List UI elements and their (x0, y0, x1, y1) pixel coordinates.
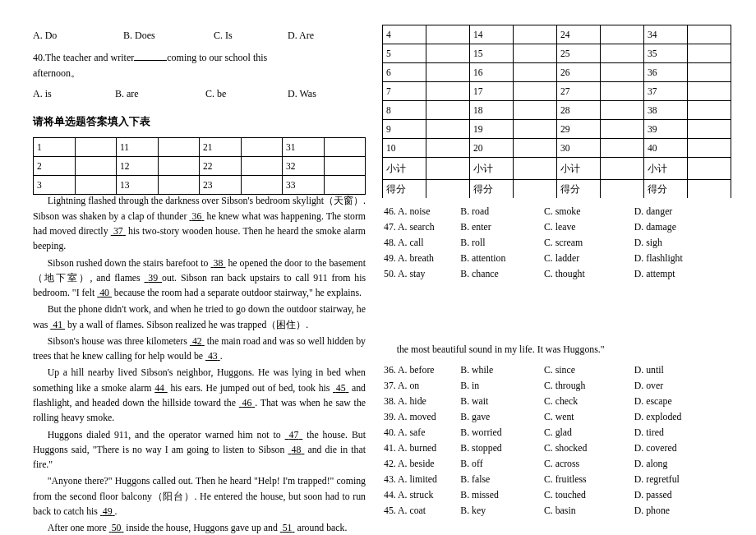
option-cell: D. tired (634, 426, 730, 440)
cloze-passage: Lightning flashed through the darkness o… (33, 193, 366, 535)
answer-blank-cell[interactable] (514, 139, 557, 158)
answer-blank-cell[interactable] (241, 138, 283, 157)
answer-blank-cell[interactable] (75, 138, 117, 157)
answer-blank-cell[interactable] (324, 157, 366, 176)
answer-blank-cell[interactable] (426, 139, 470, 158)
answer-blank-cell[interactable] (514, 44, 557, 63)
answer-blank-cell[interactable] (324, 138, 366, 157)
answer-blank-cell[interactable] (514, 25, 557, 44)
subtotal-value[interactable] (601, 158, 644, 180)
answer-blank-cell[interactable] (514, 63, 557, 82)
answer-number-cell: 23 (200, 176, 242, 195)
answer-blank-cell[interactable] (688, 82, 731, 101)
answer-blank-cell[interactable] (601, 120, 644, 139)
answer-blank-cell[interactable] (601, 82, 644, 101)
answer-blank-cell[interactable] (426, 101, 470, 120)
option-cell: 48. A. call (384, 236, 459, 250)
table-row: 10203040 (383, 139, 731, 158)
answer-number-cell: 16 (470, 63, 514, 82)
answer-blank-cell[interactable] (426, 63, 470, 82)
answer-blank-cell[interactable] (75, 176, 117, 195)
answer-number-cell: 11 (117, 138, 159, 157)
answer-blank-cell[interactable] (688, 63, 731, 82)
answer-blank-cell[interactable] (514, 82, 557, 101)
answer-blank-cell[interactable] (75, 157, 117, 176)
answer-blank-cell[interactable] (601, 25, 644, 44)
subtotal-value[interactable] (426, 158, 470, 180)
cloze-options-36-45: 36. A. beforeB. whileC. sinceD. until37.… (382, 362, 731, 519)
answer-blank-cell[interactable] (514, 101, 557, 120)
option-cell: 36. A. before (384, 363, 459, 377)
score-value[interactable] (426, 180, 470, 199)
subtotal-row: 小计小计小计小计 (383, 158, 731, 180)
answer-blank-cell[interactable] (688, 139, 731, 158)
answer-number-cell: 5 (383, 44, 426, 63)
option-cell: C. basin (544, 504, 633, 518)
q40-blank[interactable] (134, 60, 167, 61)
answer-number-cell: 35 (644, 44, 688, 63)
answer-number-cell: 22 (200, 157, 242, 176)
answer-blank-cell[interactable] (688, 120, 731, 139)
answer-blank-cell[interactable] (324, 176, 366, 195)
answer-number-cell: 26 (557, 63, 601, 82)
option-cell: D. attempt (634, 267, 730, 281)
answer-number-cell: 17 (470, 82, 514, 101)
option-cell: 42. A. beside (384, 457, 459, 471)
answer-number-cell: 37 (644, 82, 688, 101)
answer-blank-cell[interactable] (514, 120, 557, 139)
answer-blank-cell[interactable] (688, 25, 731, 44)
answer-blank-cell[interactable] (158, 138, 200, 157)
score-value[interactable] (601, 180, 644, 199)
answer-blank-cell[interactable] (688, 101, 731, 120)
answer-blank-cell[interactable] (601, 63, 644, 82)
score-value[interactable] (688, 180, 731, 199)
answer-blank-cell[interactable] (426, 120, 470, 139)
answer-blank-cell[interactable] (241, 157, 283, 176)
option-cell: B. attention (460, 251, 542, 265)
option-cell: B. chance (460, 267, 542, 281)
passage-continuation: the most beautiful sound in my life. It … (382, 342, 731, 357)
answer-number-cell: 13 (117, 176, 159, 195)
q40-choice-a: A. is (33, 88, 115, 100)
answer-number-cell: 28 (557, 101, 601, 120)
answer-blank-cell[interactable] (426, 44, 470, 63)
score-label: 得分 (470, 180, 514, 199)
answer-blank-cell[interactable] (426, 25, 470, 44)
option-cell: D. along (634, 457, 730, 471)
option-cell: D. regretful (634, 473, 730, 487)
q40-text-b: coming to our school this (167, 52, 267, 63)
answer-blank-cell[interactable] (158, 157, 200, 176)
subtotal-value[interactable] (688, 158, 731, 180)
option-cell: 50. A. stay (384, 267, 459, 281)
q40-choice-d: D. Was (288, 88, 316, 100)
option-cell: D. flashlight (634, 251, 730, 265)
answer-number-cell: 31 (283, 138, 325, 157)
answer-blank-cell[interactable] (601, 44, 644, 63)
answer-blank-cell[interactable] (688, 44, 731, 63)
table-row: 9192939 (383, 120, 731, 139)
subtotal-value[interactable] (514, 158, 557, 180)
option-row: 38. A. hideB. waitC. checkD. escape (384, 394, 730, 408)
option-cell: B. gave (460, 410, 542, 424)
score-value[interactable] (514, 180, 557, 199)
option-row: 44. A. struckB. missedC. touchedD. passe… (384, 488, 730, 502)
option-cell: C. touched (544, 488, 633, 502)
answer-number-cell: 38 (644, 101, 688, 120)
option-cell: C. glad (544, 426, 633, 440)
answer-blank-cell[interactable] (601, 101, 644, 120)
option-cell: C. through (544, 379, 633, 393)
option-cell: C. went (544, 410, 633, 424)
answer-blank-cell[interactable] (158, 176, 200, 195)
answer-number-cell: 29 (557, 120, 601, 139)
answer-instruction: 请将单选题答案填入下表 (33, 115, 366, 129)
answer-blank-cell[interactable] (426, 82, 470, 101)
answer-number-cell: 15 (470, 44, 514, 63)
q39-choice-b: B. Does (123, 30, 214, 42)
subtotal-label: 小计 (383, 158, 426, 180)
option-cell: 49. A. breath (384, 251, 459, 265)
answer-blank-cell[interactable] (241, 176, 283, 195)
answer-number-cell: 3 (34, 176, 76, 195)
subtotal-label: 小计 (557, 158, 601, 180)
answer-blank-cell[interactable] (601, 139, 644, 158)
option-cell: D. over (634, 379, 730, 393)
